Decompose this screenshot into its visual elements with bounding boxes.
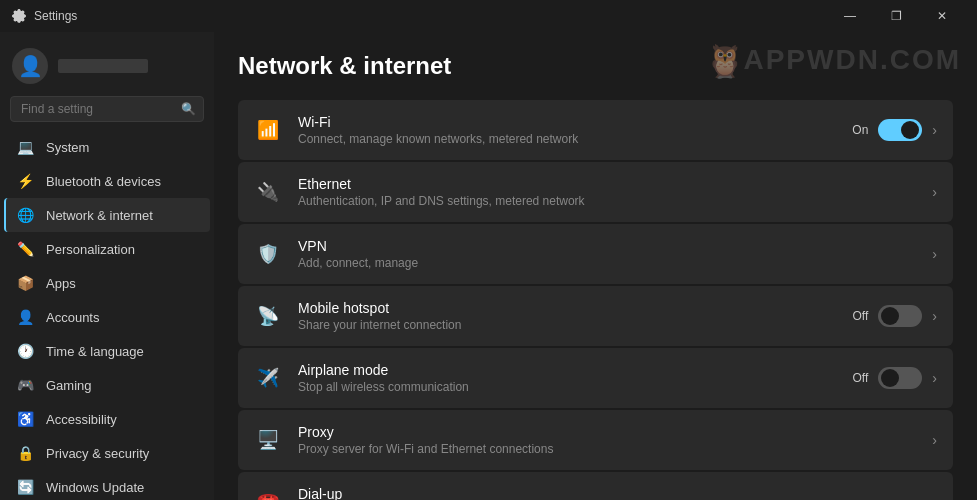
proxy-right: › [932, 432, 937, 448]
chevron-wifi: › [932, 122, 937, 138]
app-body: 👤 🔍 💻 System ⚡ Bluetooth & devices 🌐 Net… [0, 32, 977, 500]
dialup-title: Dial-up [298, 486, 916, 500]
hotspot-text: Mobile hotspot Share your internet conne… [298, 300, 837, 332]
minimize-button[interactable]: — [827, 0, 873, 32]
settings-item-wifi[interactable]: 📶 Wi-Fi Connect, manage known networks, … [238, 100, 953, 160]
apps-icon: 📦 [16, 274, 34, 292]
ethernet-icon: 🔌 [254, 178, 282, 206]
sidebar-item-label-system: System [46, 140, 89, 155]
dialup-text: Dial-up Set up a dial-up internet connec… [298, 486, 916, 500]
settings-item-hotspot[interactable]: 📡 Mobile hotspot Share your internet con… [238, 286, 953, 346]
sidebar-item-label-update: Windows Update [46, 480, 144, 495]
sidebar-item-time[interactable]: 🕐 Time & language [4, 334, 210, 368]
settings-item-dialup[interactable]: ☎️ Dial-up Set up a dial-up internet con… [238, 472, 953, 500]
toggle-label-wifi: On [852, 123, 868, 137]
personalization-icon: ✏️ [16, 240, 34, 258]
watermark: 🦉 APPWDN.COM [743, 44, 961, 76]
vpn-icon: 🛡️ [254, 240, 282, 268]
sidebar-item-privacy[interactable]: 🔒 Privacy & security [4, 436, 210, 470]
dialup-right: › [932, 494, 937, 500]
title-bar-text: Settings [34, 9, 77, 23]
close-button[interactable]: ✕ [919, 0, 965, 32]
airplane-desc: Stop all wireless communication [298, 380, 837, 394]
vpn-text: VPN Add, connect, manage [298, 238, 916, 270]
sidebar-item-update[interactable]: 🔄 Windows Update [4, 470, 210, 500]
chevron-hotspot: › [932, 308, 937, 324]
proxy-desc: Proxy server for Wi-Fi and Ethernet conn… [298, 442, 916, 456]
ethernet-right: › [932, 184, 937, 200]
sidebar-item-label-bluetooth: Bluetooth & devices [46, 174, 161, 189]
sidebar-profile: 👤 [0, 40, 214, 96]
search-input[interactable] [10, 96, 204, 122]
sidebar-item-label-personalization: Personalization [46, 242, 135, 257]
gaming-icon: 🎮 [16, 376, 34, 394]
sidebar-item-label-accessibility: Accessibility [46, 412, 117, 427]
wifi-title: Wi-Fi [298, 114, 836, 130]
system-icon: 💻 [16, 138, 34, 156]
title-bar-controls: — ❐ ✕ [827, 0, 965, 32]
wifi-right: On › [852, 119, 937, 141]
dialup-icon: ☎️ [254, 488, 282, 500]
chevron-vpn: › [932, 246, 937, 262]
title-bar: Settings — ❐ ✕ [0, 0, 977, 32]
sidebar-item-personalization[interactable]: ✏️ Personalization [4, 232, 210, 266]
sidebar: 👤 🔍 💻 System ⚡ Bluetooth & devices 🌐 Net… [0, 32, 214, 500]
network-icon: 🌐 [16, 206, 34, 224]
settings-item-vpn[interactable]: 🛡️ VPN Add, connect, manage › [238, 224, 953, 284]
privacy-icon: 🔒 [16, 444, 34, 462]
sidebar-item-label-network: Network & internet [46, 208, 153, 223]
sidebar-item-label-accounts: Accounts [46, 310, 99, 325]
sidebar-item-bluetooth[interactable]: ⚡ Bluetooth & devices [4, 164, 210, 198]
watermark-owl: 🦉 [705, 42, 745, 80]
settings-window-icon [12, 9, 26, 23]
wifi-text: Wi-Fi Connect, manage known networks, me… [298, 114, 836, 146]
proxy-title: Proxy [298, 424, 916, 440]
hotspot-desc: Share your internet connection [298, 318, 837, 332]
avatar: 👤 [12, 48, 48, 84]
toggle-airplane[interactable] [878, 367, 922, 389]
sidebar-item-label-gaming: Gaming [46, 378, 92, 393]
airplane-right: Off › [853, 367, 937, 389]
settings-item-ethernet[interactable]: 🔌 Ethernet Authentication, IP and DNS se… [238, 162, 953, 222]
chevron-ethernet: › [932, 184, 937, 200]
vpn-title: VPN [298, 238, 916, 254]
toggle-hotspot[interactable] [878, 305, 922, 327]
settings-item-proxy[interactable]: 🖥️ Proxy Proxy server for Wi-Fi and Ethe… [238, 410, 953, 470]
sidebar-item-network[interactable]: 🌐 Network & internet [4, 198, 210, 232]
sidebar-item-system[interactable]: 💻 System [4, 130, 210, 164]
settings-item-airplane[interactable]: ✈️ Airplane mode Stop all wireless commu… [238, 348, 953, 408]
hotspot-icon: 📡 [254, 302, 282, 330]
toggle-wifi[interactable] [878, 119, 922, 141]
profile-name [58, 59, 148, 73]
bluetooth-icon: ⚡ [16, 172, 34, 190]
chevron-airplane: › [932, 370, 937, 386]
toggle-knob-airplane [881, 369, 899, 387]
ethernet-title: Ethernet [298, 176, 916, 192]
wifi-desc: Connect, manage known networks, metered … [298, 132, 836, 146]
vpn-desc: Add, connect, manage [298, 256, 916, 270]
sidebar-item-label-privacy: Privacy & security [46, 446, 149, 461]
proxy-icon: 🖥️ [254, 426, 282, 454]
accounts-icon: 👤 [16, 308, 34, 326]
search-icon: 🔍 [181, 102, 196, 116]
sidebar-item-gaming[interactable]: 🎮 Gaming [4, 368, 210, 402]
settings-list: 📶 Wi-Fi Connect, manage known networks, … [238, 100, 953, 500]
sidebar-items-container: 💻 System ⚡ Bluetooth & devices 🌐 Network… [0, 130, 214, 500]
sidebar-item-accessibility[interactable]: ♿ Accessibility [4, 402, 210, 436]
sidebar-item-apps[interactable]: 📦 Apps [4, 266, 210, 300]
update-icon: 🔄 [16, 478, 34, 496]
vpn-right: › [932, 246, 937, 262]
ethernet-desc: Authentication, IP and DNS settings, met… [298, 194, 916, 208]
watermark-text: APPWDN.COM [743, 44, 961, 75]
toggle-knob-hotspot [881, 307, 899, 325]
sidebar-item-label-apps: Apps [46, 276, 76, 291]
airplane-text: Airplane mode Stop all wireless communic… [298, 362, 837, 394]
search-box: 🔍 [10, 96, 204, 122]
avatar-icon: 👤 [18, 54, 43, 78]
maximize-button[interactable]: ❐ [873, 0, 919, 32]
sidebar-item-accounts[interactable]: 👤 Accounts [4, 300, 210, 334]
airplane-title: Airplane mode [298, 362, 837, 378]
chevron-dialup: › [932, 494, 937, 500]
sidebar-item-label-time: Time & language [46, 344, 144, 359]
main-content: Network & internet 📶 Wi-Fi Connect, mana… [214, 32, 977, 500]
